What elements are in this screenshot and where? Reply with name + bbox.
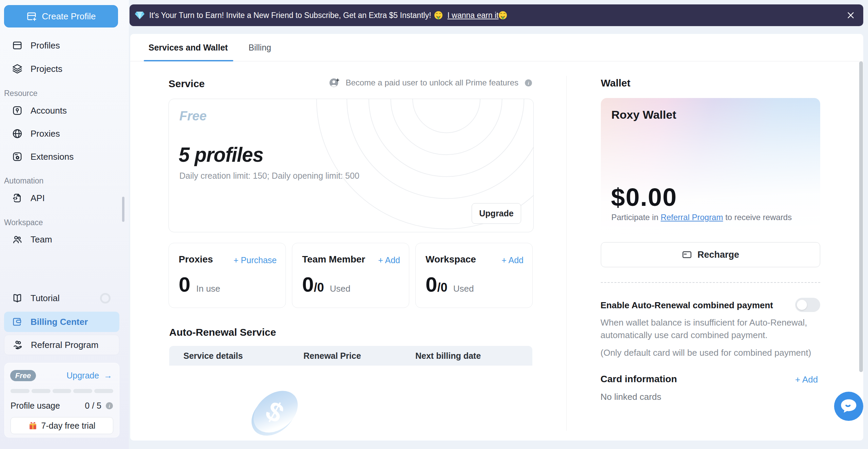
svg-text:i: i [109,403,110,408]
svg-text:i: i [528,80,529,85]
